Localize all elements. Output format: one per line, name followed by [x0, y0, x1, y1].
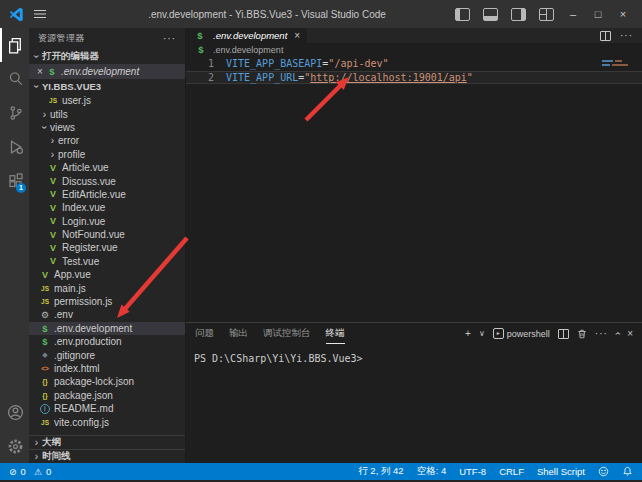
- chevron-right-icon: ›: [31, 451, 42, 462]
- tree-item-discuss-vue[interactable]: VDiscuss.vue: [29, 174, 185, 187]
- minimize-button[interactable]: –: [567, 8, 579, 20]
- tree-item--env-development[interactable]: $.env.development: [29, 322, 185, 335]
- tree-item-index-html[interactable]: <>index.html: [29, 362, 185, 375]
- toggle-panel-icon[interactable]: [483, 8, 498, 21]
- warning-triangle-icon: ⚠: [34, 467, 42, 477]
- tree-item-permission-js[interactable]: JSpermission.js: [29, 295, 185, 308]
- file-tree: JSuser.js›utils›views›error›profileVArti…: [29, 94, 185, 435]
- activity-account-icon[interactable]: [0, 395, 29, 429]
- panel-more-actions-icon[interactable]: ···: [595, 328, 608, 339]
- status-item[interactable]: Shell Script: [537, 466, 585, 477]
- panel: 问题输出调试控制台终端 + ∨ ▸powershell ··· › ×: [186, 322, 642, 463]
- vue-file-icon: V: [47, 216, 59, 226]
- tree-item-package-lock-json[interactable]: {}package-lock.json: [29, 375, 185, 388]
- vue-file-icon: V: [47, 230, 59, 240]
- customize-layout-icon[interactable]: [539, 8, 554, 21]
- tree-item--env-production[interactable]: $.env.production: [29, 335, 185, 348]
- activity-settings-icon[interactable]: [0, 429, 29, 463]
- url-link[interactable]: http://localhost:19001/api: [310, 72, 467, 83]
- chevron-down-icon: ›: [39, 122, 50, 133]
- status-item[interactable]: 空格: 4: [417, 465, 447, 478]
- terminal-dropdown-icon[interactable]: ∨: [479, 329, 485, 338]
- sidebar-section-时间线[interactable]: ›时间线: [29, 449, 185, 463]
- shell-file-icon: $: [195, 44, 207, 55]
- panel-tab-问题[interactable]: 问题: [195, 323, 214, 344]
- open-editors-section-header[interactable]: › 打开的编辑器: [29, 49, 185, 64]
- project-section-header[interactable]: › YI.BBS.VUE3: [29, 79, 185, 94]
- feedback-smiley-icon[interactable]: [598, 466, 609, 477]
- tree-item-package-json[interactable]: {}package.json: [29, 389, 185, 402]
- sidebar-more-actions-icon[interactable]: ···: [163, 33, 176, 44]
- vue-file-icon: V: [47, 163, 59, 173]
- close-button[interactable]: ×: [617, 8, 629, 20]
- problems-status[interactable]: ⊘ 0 ⚠ 0: [9, 466, 51, 477]
- shell-file-icon: $: [194, 30, 206, 41]
- tree-item-utils[interactable]: ›utils: [29, 107, 185, 120]
- tree-item-views[interactable]: ›views: [29, 121, 185, 134]
- tree-item-readme-md[interactable]: iREADME.md: [29, 402, 185, 415]
- panel-tab-bar: 问题输出调试控制台终端 + ∨ ▸powershell ··· › ×: [186, 323, 642, 344]
- kill-terminal-icon[interactable]: [577, 329, 587, 339]
- activity-explorer-icon[interactable]: [0, 28, 29, 62]
- tree-item-notfound-vue[interactable]: VNotFound.vue: [29, 228, 185, 241]
- chevron-down-icon: ›: [31, 51, 42, 62]
- extensions-badge: 1: [16, 183, 26, 193]
- open-editor-item[interactable]: ×$.env.development: [29, 64, 185, 79]
- code-editor[interactable]: 1VITE_APP_BASEAPI="/api-dev"2VITE_APP_UR…: [186, 56, 642, 322]
- tree-item-vite-config-js[interactable]: JSvite.config.js: [29, 415, 185, 428]
- sidebar-section-大纲[interactable]: ›大纲: [29, 435, 185, 449]
- breadcrumb[interactable]: $ .env.development: [186, 43, 642, 56]
- chevron-right-icon: ›: [31, 437, 42, 448]
- minimap[interactable]: [602, 60, 636, 68]
- panel-tab-输出[interactable]: 输出: [229, 323, 248, 344]
- activity-run-debug-icon[interactable]: [0, 130, 29, 164]
- notifications-bell-icon[interactable]: [622, 466, 633, 477]
- tree-item--gitignore[interactable]: ◆.gitignore: [29, 348, 185, 361]
- menu-hamburger-icon[interactable]: [34, 9, 46, 19]
- tree-item-main-js[interactable]: JSmain.js: [29, 281, 185, 294]
- panel-tab-调试控制台[interactable]: 调试控制台: [263, 323, 311, 344]
- tree-item-test-vue[interactable]: VTest.vue: [29, 255, 185, 268]
- sidebar-title: 资源管理器: [38, 32, 85, 45]
- gear-file-icon: ⚙: [39, 310, 51, 320]
- split-terminal-icon[interactable]: [558, 329, 569, 339]
- toggle-primary-sidebar-icon[interactable]: [455, 8, 470, 21]
- panel-tab-终端[interactable]: 终端: [326, 323, 345, 344]
- code-line-1[interactable]: 1VITE_APP_BASEAPI="/api-dev": [186, 57, 642, 71]
- chevron-right-icon: ›: [47, 135, 58, 146]
- tab-close-icon[interactable]: ×: [294, 30, 300, 41]
- vue-file-icon: V: [39, 270, 51, 280]
- split-editor-icon[interactable]: [600, 31, 611, 41]
- activity-extensions-icon[interactable]: 1: [0, 164, 29, 198]
- tree-item-login-vue[interactable]: VLogin.vue: [29, 215, 185, 228]
- tree-item-error[interactable]: ›error: [29, 134, 185, 147]
- status-item[interactable]: CRLF: [499, 466, 524, 477]
- tree-item-register-vue[interactable]: VRegister.vue: [29, 241, 185, 254]
- html-file-icon: <>: [39, 365, 51, 372]
- activity-search-icon[interactable]: [0, 62, 29, 96]
- new-terminal-icon[interactable]: +: [465, 328, 471, 339]
- workbench: 1 资源管理器 ··· › 打开的编辑器 ×$.env.development …: [0, 28, 642, 463]
- status-item[interactable]: 行 2, 列 42: [358, 465, 403, 478]
- js-file-icon: JS: [39, 298, 51, 305]
- tree-item-index-vue[interactable]: VIndex.vue: [29, 201, 185, 214]
- editor-more-actions-icon[interactable]: ···: [620, 30, 633, 41]
- tree-item-article-vue[interactable]: VArticle.vue: [29, 161, 185, 174]
- close-panel-icon[interactable]: ×: [627, 328, 633, 339]
- tab-env-development[interactable]: $ .env.development ×: [186, 28, 307, 43]
- tree-item-editarticle-vue[interactable]: VEditArticle.vue: [29, 188, 185, 201]
- tree-item-app-vue[interactable]: VApp.vue: [29, 268, 185, 281]
- code-line-2[interactable]: 2VITE_APP_URL="http://localhost:19001/ap…: [186, 71, 642, 85]
- tree-item-profile[interactable]: ›profile: [29, 148, 185, 161]
- tree-item--env[interactable]: ⚙.env: [29, 308, 185, 321]
- maximize-panel-icon[interactable]: ›: [612, 332, 623, 335]
- toggle-secondary-sidebar-icon[interactable]: [511, 8, 526, 21]
- close-editor-icon[interactable]: ×: [34, 66, 46, 77]
- tree-item-user-js[interactable]: JSuser.js: [29, 94, 185, 107]
- status-item[interactable]: UTF-8: [459, 466, 486, 477]
- activity-source-control-icon[interactable]: [0, 96, 29, 130]
- maximize-button[interactable]: □: [592, 8, 604, 20]
- terminal-output[interactable]: PS D:\CSharp\Yi\Yi.BBS.Vue3>: [186, 344, 642, 463]
- shell-file-icon: $: [46, 66, 58, 77]
- editor-tab-bar: $ .env.development × ···: [186, 28, 642, 43]
